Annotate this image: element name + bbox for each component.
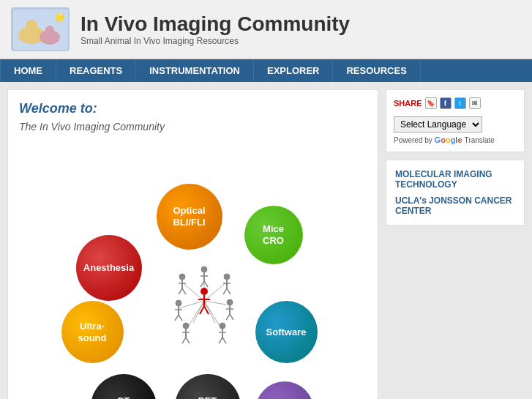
- sphere-diagram: Anesthesia OpticalBLI/FLI MiceCRO Ultra-…: [54, 147, 332, 399]
- language-selector[interactable]: Select Language: [394, 116, 482, 133]
- svg-line-34: [227, 288, 231, 294]
- sphere-anesthesia[interactable]: Anesthesia: [76, 235, 142, 301]
- center-figure: [171, 261, 237, 348]
- links-box: MOLECULAR IMAGING TECHNOLOGY UCLA's JONS…: [386, 160, 525, 225]
- sphere-ct[interactable]: CTXRay: [91, 374, 157, 399]
- svg-point-50: [176, 300, 181, 306]
- share-box: SHARE 🔖 f t ✉ Select Language Powered by…: [386, 89, 525, 152]
- twitter-icon[interactable]: t: [454, 97, 466, 109]
- sphere-pet[interactable]: PETSPECT: [175, 374, 241, 399]
- svg-line-48: [182, 338, 186, 343]
- svg-point-40: [220, 323, 225, 329]
- language-selector-wrap: Select Language: [394, 116, 517, 133]
- svg-line-38: [226, 314, 230, 320]
- content-area: Welcome to: The In Vivo Imaging Communit…: [7, 89, 378, 399]
- nav-item-instrumentation[interactable]: INSTRUMENTATION: [136, 59, 254, 82]
- sphere-mice[interactable]: MiceCRO: [244, 206, 303, 264]
- nav-item-resources[interactable]: RESOURCES: [333, 59, 420, 82]
- nav-item-home[interactable]: HOME: [0, 59, 56, 82]
- svg-line-44: [222, 338, 226, 343]
- site-title: In Vivo Imaging Community: [80, 12, 350, 36]
- site-logo: ⭐: [11, 7, 70, 51]
- svg-line-53: [175, 315, 179, 321]
- svg-point-35: [227, 299, 233, 305]
- welcome-subheading: The In Vivo Imaging Community: [19, 121, 367, 133]
- svg-point-45: [183, 323, 189, 329]
- svg-line-54: [179, 315, 182, 321]
- svg-line-39: [230, 314, 233, 320]
- svg-line-28: [201, 281, 204, 287]
- svg-line-43: [219, 338, 222, 343]
- sphere-optical[interactable]: OpticalBLI/FLI: [157, 184, 222, 250]
- share-label: SHARE: [394, 99, 422, 108]
- svg-line-49: [186, 338, 190, 343]
- jonsson-link[interactable]: UCLA's JONSSON CANCER CENTER: [395, 195, 515, 216]
- header-title-block: In Vivo Imaging Community Small Animal I…: [80, 12, 350, 46]
- page-header: ⭐ In Vivo Imaging Community Small Animal…: [0, 0, 532, 59]
- bookmark-icon[interactable]: 🔖: [425, 97, 437, 109]
- main-nav: HOMEREAGENTSINSTRUMENTATIONEXPLORERRESOU…: [0, 59, 532, 82]
- svg-line-24: [182, 288, 186, 294]
- svg-point-30: [224, 274, 230, 280]
- svg-text:⭐: ⭐: [53, 11, 67, 23]
- google-brand: Google: [435, 135, 465, 144]
- sidebar: SHARE 🔖 f t ✉ Select Language Powered by…: [386, 89, 525, 399]
- facebook-icon[interactable]: f: [440, 97, 452, 109]
- email-icon[interactable]: ✉: [469, 97, 481, 109]
- site-subtitle: Small Animal In Vivo Imaging Resources: [80, 36, 350, 46]
- welcome-heading: Welcome to:: [19, 101, 367, 116]
- translate-label: Translate: [465, 136, 495, 144]
- svg-point-25: [201, 266, 207, 272]
- svg-line-23: [179, 288, 182, 294]
- nav-item-explorer[interactable]: EXPLORER: [254, 59, 334, 82]
- svg-point-20: [179, 274, 185, 280]
- sphere-ultrasound[interactable]: Ultra-sound: [61, 301, 124, 363]
- svg-point-2: [26, 20, 37, 31]
- powered-by-label: Powered by: [394, 136, 432, 144]
- svg-line-9: [204, 301, 226, 305]
- main-content: Welcome to: The In Vivo Imaging Communit…: [0, 82, 532, 399]
- sphere-software[interactable]: Software: [255, 301, 318, 363]
- sphere-mri[interactable]: MRI: [255, 381, 314, 399]
- svg-point-15: [201, 288, 208, 295]
- svg-line-29: [204, 281, 208, 287]
- powered-by: Powered by Google Translate: [394, 135, 517, 144]
- svg-point-4: [45, 26, 54, 34]
- share-bar: SHARE 🔖 f t ✉: [394, 97, 517, 109]
- nav-item-reagents[interactable]: REAGENTS: [56, 59, 136, 82]
- molecular-imaging-link[interactable]: MOLECULAR IMAGING TECHNOLOGY: [395, 169, 515, 190]
- svg-line-33: [223, 288, 227, 294]
